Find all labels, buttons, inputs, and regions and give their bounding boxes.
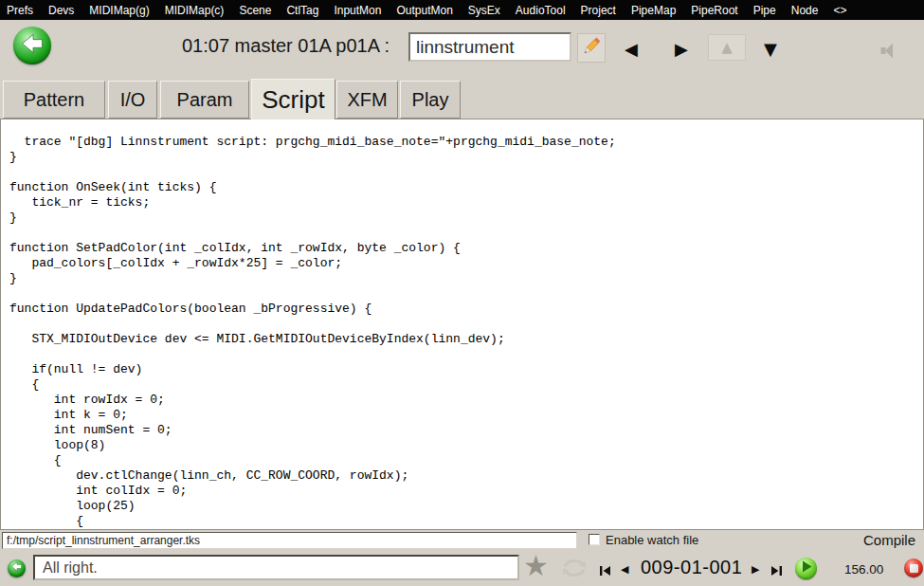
enable-watch-checkbox[interactable] xyxy=(589,534,600,545)
file-bar: Enable watch file Compile xyxy=(0,530,924,551)
menu-item-node[interactable]: Node xyxy=(791,4,819,17)
move-down-icon[interactable]: ▼ xyxy=(764,39,777,59)
skip-start-icon[interactable] xyxy=(599,563,611,580)
menu-item-midimap-c[interactable]: MIDIMap(c) xyxy=(165,4,225,17)
menu-item-midimap-g[interactable]: MIDIMap(g) xyxy=(89,4,149,17)
tab-play[interactable]: Play xyxy=(400,81,461,119)
menu-item-code[interactable]: <> xyxy=(833,4,846,17)
speaker-muted-icon[interactable] xyxy=(879,40,897,64)
prev-pattern-icon[interactable]: ◀ xyxy=(625,39,638,59)
menu-bar: Prefs Devs MIDIMap(g) MIDIMap(c) Scene C… xyxy=(0,0,924,20)
menu-item-scene[interactable]: Scene xyxy=(239,4,271,17)
menu-item-ctltag[interactable]: CtlTag xyxy=(286,4,318,17)
menu-item-prefs[interactable]: Prefs xyxy=(7,4,33,17)
status-back-button[interactable] xyxy=(8,559,26,577)
enable-watch-label: Enable watch file xyxy=(606,533,698,547)
status-bar: ★ ◀ 009-01-001 ▶ 156.00 xyxy=(0,551,924,586)
menu-item-audiotool[interactable]: AudioTool xyxy=(516,4,566,17)
step-forward-icon[interactable]: ▶ xyxy=(752,563,759,576)
script-editor[interactable]: trace "[dbg] Linnstrument script: prgchg… xyxy=(0,119,924,530)
menu-item-piperoot[interactable]: PipeRoot xyxy=(691,4,737,17)
status-message-field[interactable] xyxy=(33,555,519,580)
step-back-icon[interactable]: ◀ xyxy=(621,563,628,576)
stop-icon xyxy=(910,564,918,573)
favorite-star-icon[interactable]: ★ xyxy=(523,549,549,582)
move-up-button[interactable]: ▲ xyxy=(708,34,746,61)
skip-end-icon[interactable] xyxy=(770,563,783,580)
tab-script[interactable]: Script xyxy=(251,79,335,119)
tab-io[interactable]: I/O xyxy=(108,81,157,119)
tab-xfm[interactable]: XFM xyxy=(336,81,398,119)
tab-bar: Pattern I/O Param Script XFM Play xyxy=(0,77,924,119)
song-position-counter: 009-01-001 xyxy=(641,557,742,578)
compile-button[interactable]: Compile xyxy=(863,532,915,548)
song-position-label: 01:07 master 01A p01A : xyxy=(182,35,390,57)
play-icon xyxy=(795,556,817,581)
pencil-icon xyxy=(581,36,602,61)
status-back-arrow-icon xyxy=(8,558,26,579)
edit-name-button[interactable] xyxy=(577,33,606,63)
pattern-name-input[interactable] xyxy=(408,32,571,62)
back-arrow-icon xyxy=(13,25,51,66)
next-pattern-icon[interactable]: ▶ xyxy=(675,39,688,59)
menu-item-sysex[interactable]: SysEx xyxy=(468,4,500,17)
tab-param[interactable]: Param xyxy=(160,81,249,119)
script-path-input[interactable] xyxy=(2,532,577,549)
menu-item-devs[interactable]: Devs xyxy=(48,4,74,17)
play-button[interactable] xyxy=(795,558,817,579)
loop-sync-icon[interactable] xyxy=(560,559,589,581)
menu-item-project[interactable]: Project xyxy=(581,4,616,17)
back-button[interactable] xyxy=(13,27,51,64)
script-code[interactable]: trace "[dbg] Linnstrument script: prgchg… xyxy=(9,135,917,529)
bpm-value: 156.00 xyxy=(844,562,883,577)
up-triangle-icon: ▲ xyxy=(721,39,733,56)
menu-item-pipe[interactable]: Pipe xyxy=(753,4,776,17)
header-toolbar: 01:07 master 01A p01A : ◀ ▶ ▲ ▼ xyxy=(0,20,924,77)
menu-item-inputmon[interactable]: InputMon xyxy=(334,4,381,17)
menu-item-outputmon[interactable]: OutputMon xyxy=(396,4,452,17)
stop-button[interactable] xyxy=(904,559,923,577)
menu-item-pipemap[interactable]: PipeMap xyxy=(631,4,676,17)
tab-pattern[interactable]: Pattern xyxy=(3,81,105,119)
